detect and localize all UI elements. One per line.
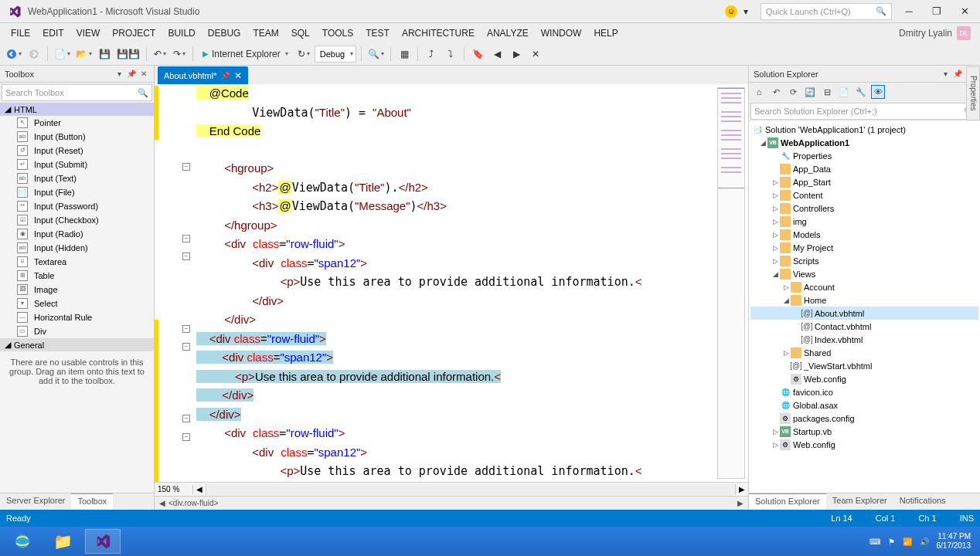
toolbox-item-input-password[interactable]: **Input (Password) <box>0 199 154 213</box>
menu-sql[interactable]: SQL <box>285 25 316 42</box>
code-minimap[interactable] <box>717 87 745 479</box>
minimize-button[interactable]: ─ <box>898 3 920 20</box>
tree-favicon[interactable]: 🌐favicon.ico <box>750 385 978 398</box>
start-debug-button[interactable]: ▶Internet Explorer▾ <box>198 46 293 63</box>
tree-app-data[interactable]: App_Data <box>750 162 978 175</box>
tree-contact-vbhtml[interactable]: [@]Contact.vbhtml <box>750 320 978 333</box>
fold-icon[interactable]: − <box>182 433 190 441</box>
tree-views[interactable]: ◢Views <box>750 267 978 280</box>
scroll-right-icon[interactable]: ▶ <box>736 485 748 493</box>
tab-solution-explorer[interactable]: Solution Explorer <box>749 493 826 510</box>
menu-view[interactable]: VIEW <box>70 25 107 42</box>
fold-icon[interactable]: − <box>182 415 190 422</box>
document-tab-about[interactable]: About.vbhtml* 📌 ✕ <box>158 66 248 84</box>
tab-team-explorer[interactable]: Team Explorer <box>826 493 893 510</box>
tree-properties[interactable]: 🔧Properties <box>750 149 978 162</box>
quick-launch-input[interactable]: Quick Launch (Ctrl+Q) 🔍 <box>761 3 892 20</box>
toolbox-item-input-checkbox[interactable]: ☑Input (Checkbox) <box>0 213 154 227</box>
taskbar-ie-icon[interactable] <box>5 529 40 554</box>
toolbox-item-div[interactable]: ▭Div <box>0 324 154 338</box>
taskbar-file-explorer-icon[interactable]: 📁 <box>45 529 80 554</box>
menu-window[interactable]: WINDOW <box>535 25 588 42</box>
properties-tab-collapsed[interactable]: Properties <box>966 66 980 120</box>
tree-scripts[interactable]: ▷Scripts <box>750 254 978 267</box>
preview-icon[interactable]: 👁 <box>871 85 885 99</box>
toolbox-item-input-submit[interactable]: ↵Input (Submit) <box>0 158 154 171</box>
open-file-button[interactable]: 📂▾ <box>74 46 94 63</box>
feedback-icon[interactable]: ☺ <box>725 5 737 18</box>
network-icon[interactable]: 📶 <box>903 537 912 546</box>
close-button[interactable]: ✕ <box>954 3 975 20</box>
menu-test[interactable]: TEST <box>359 25 396 42</box>
menu-analyze[interactable]: ANALYZE <box>481 25 535 42</box>
tree-models[interactable]: ▷Models <box>750 228 978 241</box>
tree-startup-vb[interactable]: ▷VBStartup.vb <box>750 425 978 438</box>
bookmark-clear-button[interactable]: ✕ <box>527 46 544 63</box>
notifications-filter-icon[interactable]: ▾ <box>744 6 754 17</box>
fold-icon[interactable]: − <box>182 235 190 242</box>
menu-edit[interactable]: EDIT <box>36 25 70 42</box>
sync-icon[interactable]: ⟳ <box>786 85 800 99</box>
collapse-icon[interactable]: ⊟ <box>820 85 834 99</box>
menu-team[interactable]: TEAM <box>247 25 284 42</box>
toolbox-item-table[interactable]: ⊞Table <box>0 269 154 283</box>
action-center-icon[interactable]: ⚑ <box>888 537 895 546</box>
tree-views-webconfig[interactable]: ⚙Web.config <box>750 372 978 385</box>
toolbox-item-input-file[interactable]: 📄Input (File) <box>0 185 154 199</box>
find-in-files-button[interactable]: 🔍▾ <box>366 46 386 63</box>
toolbox-item-textarea[interactable]: ≡Textarea <box>0 255 154 269</box>
tree-content[interactable]: ▷Content <box>750 188 978 202</box>
keyboard-icon[interactable]: ⌨ <box>869 537 880 546</box>
bookmark-button[interactable]: 🔖 <box>469 46 486 63</box>
fold-icon[interactable]: − <box>182 253 190 260</box>
menu-file[interactable]: FILE <box>5 25 36 42</box>
tree-index-vbhtml[interactable]: [@]Index.vbhtml <box>750 333 978 346</box>
step-out-button[interactable]: ⤴ <box>423 46 440 63</box>
back-icon[interactable]: ↶ <box>769 85 783 99</box>
toolbox-item-input-hidden[interactable]: abInput (Hidden) <box>0 241 154 255</box>
solution-search-input[interactable]: Search Solution Explorer (Ctrl+;) 🔍 <box>750 103 978 120</box>
tree-controllers[interactable]: ▷Controllers <box>750 202 978 215</box>
menu-help[interactable]: HELP <box>587 25 624 42</box>
tree-webconfig[interactable]: ▷⚙Web.config <box>750 438 978 451</box>
menu-tools[interactable]: TOOLS <box>316 25 359 42</box>
toolbox-item-image[interactable]: 🖼Image <box>0 283 154 297</box>
save-all-button[interactable]: 💾💾 <box>115 46 141 63</box>
panel-dropdown-icon[interactable]: ▾ <box>940 69 951 80</box>
tree-solution[interactable]: 📑Solution 'WebApplication1' (1 project) <box>750 123 978 136</box>
tree-project[interactable]: ◢VBWebApplication1 <box>750 136 978 149</box>
config-combo[interactable]: Debug <box>315 46 356 63</box>
tree-about-vbhtml[interactable]: [@]About.vbhtml <box>750 307 978 320</box>
tree-packages-config[interactable]: ⚙packages.config <box>750 412 978 425</box>
editor-breadcrumb[interactable]: ◀ <div.row-fluid> ▶ <box>155 496 748 510</box>
signed-in-user[interactable]: Dmitry Lyalin <box>899 28 952 39</box>
pin-icon[interactable]: 📌 <box>221 72 230 80</box>
menu-architecture[interactable]: ARCHITECTURE <box>396 25 481 42</box>
toolbox-pin-icon[interactable]: 📌 <box>126 69 137 80</box>
toolbox-item-input-button[interactable]: abInput (Button) <box>0 130 154 144</box>
tree-account[interactable]: ▷Account <box>750 280 978 293</box>
tree-shared[interactable]: ▷Shared <box>750 346 978 359</box>
toolbox-group-html[interactable]: ◢ HTML <box>0 103 154 116</box>
step-over-button[interactable]: ⤵ <box>442 46 459 63</box>
fold-icon[interactable]: − <box>182 325 190 333</box>
tree-my-project[interactable]: ▷My Project <box>750 241 978 254</box>
taskbar-clock[interactable]: 11:47 PM 6/17/2013 <box>937 532 976 551</box>
fold-icon[interactable]: − <box>182 343 190 351</box>
close-tab-icon[interactable]: ✕ <box>234 70 242 81</box>
zoom-level[interactable]: 150 % <box>155 485 193 493</box>
tree-home[interactable]: ◢Home <box>750 293 978 307</box>
toolbox-item-input-reset[interactable]: ↺Input (Reset) <box>0 144 154 158</box>
scroll-left-icon[interactable]: ◀ <box>193 485 206 493</box>
menu-build[interactable]: BUILD <box>162 25 201 42</box>
toolbox-close-icon[interactable]: ✕ <box>138 69 149 80</box>
user-avatar[interactable]: DL <box>957 26 971 40</box>
code-editor[interactable]: @Code ViewData("Title") = "About" End Co… <box>193 84 716 482</box>
comment-button[interactable]: ▦ <box>396 46 413 63</box>
nav-forward-button[interactable] <box>26 46 43 63</box>
undo-button[interactable]: ↶▾ <box>151 46 168 63</box>
tree-img[interactable]: ▷img <box>750 215 978 228</box>
properties-icon[interactable]: 🔧 <box>854 85 868 99</box>
bookmark-prev-button[interactable]: ◀ <box>488 46 505 63</box>
tab-server-explorer[interactable]: Server Explorer <box>0 493 71 510</box>
